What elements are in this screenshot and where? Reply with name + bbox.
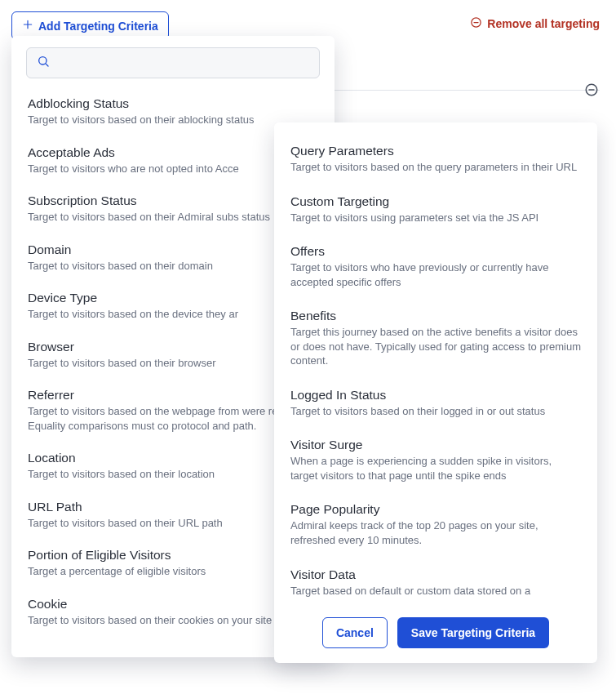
option-title: Benefits [290,309,581,323]
option-desc: Target this journey based on the active … [290,325,581,368]
add-targeting-label: Add Targeting Criteria [38,20,158,33]
footer-buttons: Cancel Save Targeting Criteria [274,609,597,648]
option-item[interactable]: Page PopularityAdmiral keeps track of th… [274,494,597,558]
option-item[interactable]: Visitor DataTarget based on default or c… [274,559,597,610]
option-desc: Target based on default or custom data s… [290,584,581,598]
option-item[interactable]: Visitor SurgeWhen a page is experiencing… [274,429,597,494]
option-title: Query Parameters [290,144,581,158]
option-title: Offers [290,244,581,259]
plus-icon [22,19,33,33]
remove-all-link[interactable]: Remove all targeting [470,11,605,31]
option-desc: Target to visitors based on the query pa… [290,160,581,175]
save-button[interactable]: Save Targeting Criteria [397,617,549,648]
remove-icon [470,16,482,31]
cancel-button[interactable]: Cancel [322,617,388,648]
option-item[interactable]: Custom TargetingTarget to visitors using… [274,186,597,237]
option-desc: Admiral keeps track of the top 20 pages … [290,518,581,547]
option-item[interactable]: BenefitsTarget this journey based on the… [274,300,597,380]
option-title: Adblocking Status [28,96,318,111]
option-desc: Target to visitors using parameters set … [290,211,581,225]
search-icon [37,55,50,71]
option-desc: Target to visitors who have previously o… [290,260,581,289]
option-title: Visitor Surge [290,438,581,452]
criteria-dropdown-right: Query ParametersTarget to visitors based… [274,122,597,663]
option-title: Custom Targeting [290,194,581,209]
option-title: Visitor Data [290,567,581,582]
option-item[interactable]: Query ParametersTarget to visitors based… [274,136,597,186]
collapse-button[interactable] [583,82,600,98]
remove-all-label: Remove all targeting [487,17,600,30]
option-desc: When a page is experiencing a sudden spi… [290,454,581,483]
option-title: Page Popularity [290,502,581,517]
option-desc: Target to visitors based on their logged… [290,404,581,419]
search-box[interactable] [26,47,320,78]
option-item[interactable]: Logged In StatusTarget to visitors based… [274,380,597,430]
search-input[interactable] [56,56,309,69]
topbar: Add Targeting Criteria Remove all target… [0,0,616,40]
option-title: Logged In Status [290,388,581,403]
option-item[interactable]: OffersTarget to visitors who have previo… [274,236,597,300]
svg-point-2 [39,57,47,65]
